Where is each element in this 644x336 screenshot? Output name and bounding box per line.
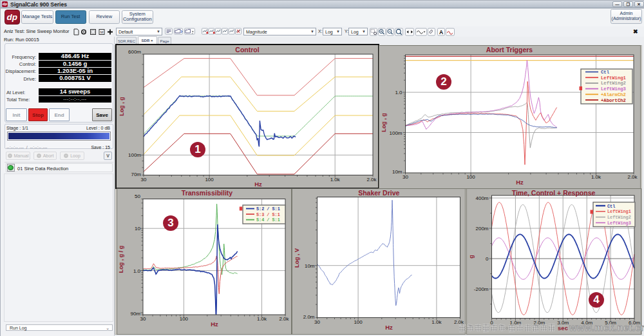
svg-text:M: M xyxy=(100,30,104,34)
svg-text:A: A xyxy=(439,28,443,35)
